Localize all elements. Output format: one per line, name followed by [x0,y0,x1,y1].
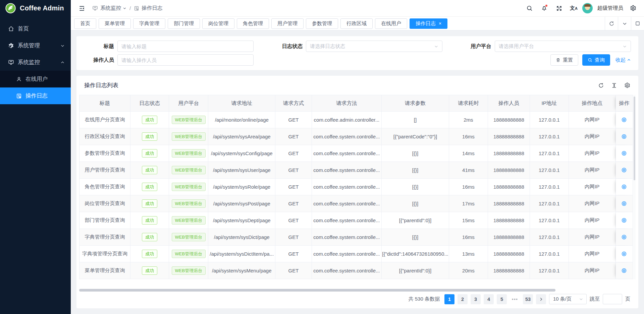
cell-actions [616,162,633,178]
maximize-content-button[interactable] [631,17,644,30]
tab[interactable]: 部门管理 × [168,18,200,29]
title-input[interactable] [117,41,254,52]
operator-input[interactable] [117,54,254,66]
operator-label: 操作人员 [80,57,117,64]
table-tools [598,82,630,88]
vertical-scrollbar[interactable] [633,95,636,279]
tab[interactable]: 在线用户 × [375,18,407,29]
page-button[interactable]: ••• [510,294,520,304]
view-detail-button[interactable] [621,234,627,240]
tab[interactable]: 操作日志 × [410,18,447,29]
tab[interactable]: 岗位管理 × [202,18,234,29]
tab[interactable]: 参数管理 × [306,18,338,29]
cell-location: 内网IP [569,229,616,245]
sidebar-fold-button[interactable] [76,3,88,14]
table-header-row: 标题 日志状态 用户平台 请求地址 请求方式 请求方法 [79,95,633,112]
cell-request-method: GET [275,145,312,162]
tab-label: 行政区域 [346,20,367,27]
page-button[interactable]: 3 [471,294,481,304]
translate-icon: 文A [570,5,578,11]
title-field: 标题 [80,41,254,52]
refresh-tab-button[interactable] [605,17,618,30]
tab[interactable]: 首页 × [74,18,96,29]
cell-request-handler: com.coffee.admin.controller... [312,112,382,128]
avatar[interactable] [582,3,593,13]
density-button[interactable] [611,82,617,88]
cell-operator: 18888888888 [488,162,530,178]
tab[interactable]: 字典管理 × [133,18,165,29]
collapse-search-link[interactable]: 收起 [615,57,631,63]
status-badge: 成功 [142,149,157,158]
panel-header: 操作日志列表 [76,76,638,95]
query-button[interactable]: 查询 [582,54,610,66]
view-detail-button[interactable] [621,150,627,156]
view-detail-button[interactable] [621,251,627,257]
notifications-button[interactable] [538,2,551,15]
sidebar-item-home[interactable]: 首页 [0,20,71,37]
app-logo[interactable]: Coffee Admin [0,0,71,16]
tab[interactable]: 用户管理 × [271,18,304,29]
tab-label: 用户管理 [277,20,298,27]
cell-title: 字典管理分页查询 [79,229,130,245]
view-detail-button[interactable] [621,134,627,139]
view-detail-button[interactable] [621,117,627,123]
search-button[interactable] [523,2,536,15]
tab-controls [605,17,644,30]
view-detail-button[interactable] [621,268,627,273]
eye-icon [621,117,627,123]
vertical-scrollbar-thumb[interactable] [634,97,635,180]
horizontal-scrollbar-thumb[interactable] [79,289,555,292]
tab-close-icon[interactable]: × [439,21,441,26]
cell-request-url: /api/system/sysMenu/page [208,262,275,279]
username[interactable]: 超级管理员 [597,5,624,12]
settings-button[interactable] [627,2,639,15]
cell-request-time: 20ms [449,262,488,279]
cell-actions [616,229,633,245]
page-size-select[interactable]: 10 条/页 [549,294,587,304]
page-button[interactable]: 2 [458,294,468,304]
breadcrumb-parent[interactable]: 系统监控 [100,5,126,12]
view-detail-button[interactable] [621,167,627,173]
tab[interactable]: 行政区域 × [340,18,373,29]
cell-platform: WEB管理后台 [169,212,208,229]
tab-options-button[interactable] [618,17,631,30]
cell-location: 内网IP [569,212,616,229]
cell-platform: WEB管理后台 [169,246,208,262]
cell-location: 内网IP [569,246,616,262]
language-button[interactable]: 文A [568,2,580,15]
tab[interactable]: 角色管理 × [237,18,269,29]
reset-button[interactable]: 重置 [550,54,578,66]
search-icon [588,58,592,62]
sidebar-item-system-monitor[interactable]: 系统监控 [0,54,71,71]
tab[interactable]: 菜单管理 × [99,18,131,29]
status-badge: 成功 [142,216,157,225]
leaf-logo-icon [5,3,16,14]
sidebar-item-system-management[interactable]: 系统管理 [0,37,71,54]
platform-badge: WEB管理后台 [172,183,206,191]
fullscreen-button[interactable] [553,2,566,15]
sidebar-item-online-users[interactable]: 在线用户 [0,71,71,87]
column-header: 请求地址 [208,95,275,111]
cell-request-handler: com.coffee.system.controlle... [312,145,382,162]
cell-request-url: /api/system/sysDictItem/pa... [208,246,275,262]
page-button[interactable]: 53 [523,294,533,304]
log-status-select[interactable]: 请选择日志状态 [306,41,442,52]
platform-badge: WEB管理后台 [172,266,206,275]
page-button[interactable]: 1 [444,294,454,304]
log-icon [16,93,22,99]
user-platform-select[interactable]: 请选择用户平台 [495,41,631,52]
sidebar-item-operation-log[interactable]: 操作日志 [0,87,71,104]
view-detail-button[interactable] [621,217,627,223]
column-settings-button[interactable] [624,82,630,88]
view-detail-button[interactable] [621,184,627,190]
view-detail-button[interactable] [621,201,627,206]
page-button[interactable]: 5 [497,294,507,304]
title-label: 标题 [80,43,117,50]
column-header: IP地址 [530,95,569,111]
column-header: 请求参数 [382,95,449,111]
page-button[interactable]: 4 [484,294,494,304]
next-page-button[interactable] [536,294,546,304]
refresh-table-button[interactable] [598,82,604,88]
breadcrumb: 系统监控 / 操作日志 [92,5,162,12]
jump-page-input[interactable] [603,294,622,304]
